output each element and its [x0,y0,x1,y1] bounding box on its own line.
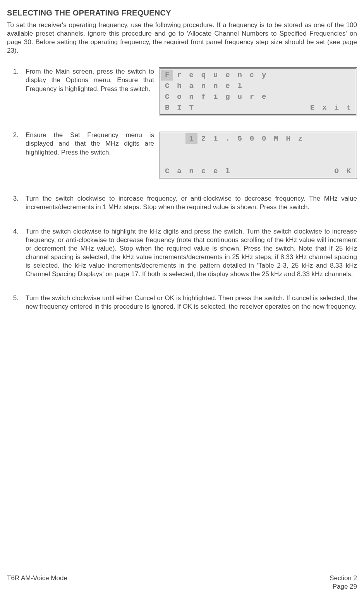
intro-paragraph: To set the receiver's operating frequenc… [7,21,357,55]
lcd-cell [197,102,209,113]
lcd-cell: r [173,70,185,81]
step-text: Ensure the Set Frequency menu is display… [26,131,154,179]
lcd-cell: h [173,81,185,91]
lcd-cell [343,70,355,81]
lcd-options-menu: FrequencyChannelConfigureBITExit [159,67,357,115]
lcd-cell [258,81,270,91]
lcd-cell: u [234,91,246,102]
lcd-cell [294,91,306,102]
lcd-cell: r [246,91,258,102]
lcd-cell: f [197,91,209,102]
lcd-cell [282,70,294,81]
lcd-cell: . [221,133,234,144]
lcd-cell [306,133,318,144]
step-text: Turn the switch clockwise to highlight t… [26,227,357,279]
lcd-cell: g [221,91,234,102]
lcd-cell: C [161,166,173,177]
lcd-cell [318,166,330,177]
lcd-cell: n [209,81,221,91]
lcd-cell [331,133,343,144]
lcd-cell: l [221,166,234,177]
lcd-cell: M [270,133,282,144]
lcd-cell: i [209,91,221,102]
lcd-cell: e [221,70,234,81]
lcd-cell: o [173,91,185,102]
lcd-cell: a [185,81,197,91]
lcd-cell: t [343,102,355,113]
lcd-cell [331,70,343,81]
lcd-cell [318,70,330,81]
lcd-cell: 2 [197,133,209,144]
lcd-cell [246,166,258,177]
lcd-cell: O [331,166,343,177]
step-text: Turn the switch clockwise to increase fr… [26,194,357,211]
lcd-cell [306,91,318,102]
lcd-cell: c [246,70,258,81]
lcd-cell: i [331,102,343,113]
lcd-cell [331,81,343,91]
lcd-cell [270,91,282,102]
lcd-cell [282,91,294,102]
lcd-cell [221,102,234,113]
lcd-cell [343,133,355,144]
lcd-cell [318,81,330,91]
lcd-cell: K [343,166,355,177]
lcd-cell [234,102,246,113]
lcd-cell: 0 [246,133,258,144]
lcd-cell [343,91,355,102]
lcd-cell [318,133,330,144]
footer-right-1: Section 2 [330,574,357,583]
lcd-cell: I [173,102,185,113]
lcd-cell [246,102,258,113]
step-3: 3. Turn the switch clockwise to increase… [7,194,357,211]
lcd-cell [209,102,221,113]
lcd-cell: e [221,81,234,91]
lcd-cell [246,81,258,91]
lcd-cell: C [161,91,173,102]
step-number: 4. [7,227,21,279]
lcd-cell: F [161,70,173,81]
lcd-cell [282,102,294,113]
lcd-cell [258,102,270,113]
lcd-cell: n [185,91,197,102]
lcd-cell [270,166,282,177]
step-5: 5. Turn the switch clockwise until eithe… [7,294,357,311]
lcd-cell [282,81,294,91]
lcd-cell: e [258,91,270,102]
lcd-cell [270,81,282,91]
step-number: 3. [7,194,21,211]
lcd-cell [294,70,306,81]
lcd-cell [270,70,282,81]
lcd-cell: E [306,102,318,113]
lcd-cell: 0 [258,133,270,144]
lcd-cell: H [282,133,294,144]
lcd-cell [234,166,246,177]
lcd-cell: q [197,70,209,81]
lcd-cell: y [258,70,270,81]
page-footer: T6R AM-Voice Mode Section 2 Page 29 [7,573,357,591]
lcd-cell [294,166,306,177]
lcd-cell: u [209,70,221,81]
section-heading: SELECTING THE OPERATING FREQUENCY [7,8,357,18]
lcd-cell: 1 [185,133,197,144]
lcd-cell [282,166,294,177]
lcd-cell: 1 [209,133,221,144]
lcd-cell: a [173,166,185,177]
step-text: From the Main screen, press the switch t… [26,67,154,115]
step-4: 4. Turn the switch clockwise to highligh… [7,227,357,279]
lcd-cell [161,133,173,144]
step-number: 5. [7,294,21,311]
lcd-cell: x [318,102,330,113]
lcd-cell: c [197,166,209,177]
footer-right-2: Page 29 [333,583,357,591]
lcd-cell [306,70,318,81]
lcd-cell: e [209,166,221,177]
lcd-cell [173,133,185,144]
step-1: 1. From the Main screen, press the switc… [7,67,357,115]
lcd-cell: C [161,81,173,91]
lcd-cell [343,81,355,91]
step-2: 2. Ensure the Set Frequency menu is disp… [7,131,357,179]
lcd-cell [294,81,306,91]
step-number: 2. [7,131,21,179]
lcd-set-frequency: 121.500MHzCancelOK [159,131,357,179]
